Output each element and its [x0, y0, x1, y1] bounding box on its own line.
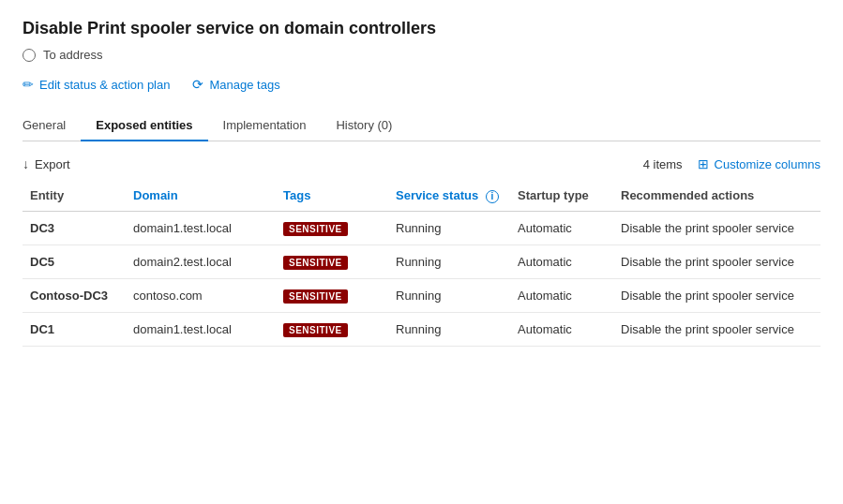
status-circle-icon	[23, 49, 36, 62]
status-row: To address	[23, 48, 820, 62]
cell-entity: DC1	[23, 312, 126, 346]
table-row: DC1domain1.test.localSENSITIVERunningAut…	[23, 312, 820, 346]
col-header-recommended-actions: Recommended actions	[613, 183, 820, 211]
edit-icon: ✏	[23, 77, 34, 92]
export-icon: ↓	[23, 156, 29, 171]
actions-row: ✏ Edit status & action plan ⟳ Manage tag…	[23, 77, 820, 92]
page-title: Disable Print spooler service on domain …	[23, 19, 820, 38]
tabs-row: General Exposed entities Implementation …	[23, 111, 820, 141]
customize-columns-label: Customize columns	[715, 157, 820, 171]
cell-entity: Contoso-DC3	[23, 278, 126, 312]
sensitive-badge: SENSITIVE	[283, 323, 348, 337]
col-header-entity: Entity	[23, 183, 126, 211]
col-header-tags[interactable]: Tags	[276, 183, 388, 211]
cell-startup-type: Automatic	[510, 278, 613, 312]
tab-exposed-entities[interactable]: Exposed entities	[81, 111, 207, 141]
sensitive-badge: SENSITIVE	[283, 289, 348, 304]
cell-tags: SENSITIVE	[276, 312, 388, 346]
right-toolbar: 4 items ⊞ Customize columns	[643, 156, 820, 171]
cell-service-status: Running	[388, 312, 510, 346]
col-header-domain[interactable]: Domain	[126, 183, 276, 211]
cell-domain: domain1.test.local	[126, 312, 276, 346]
cell-domain: domain2.test.local	[126, 245, 276, 278]
toolbar-row: ↓ Export 4 items ⊞ Customize columns	[23, 156, 820, 171]
export-button[interactable]: ↓ Export	[23, 156, 70, 171]
customize-columns-button[interactable]: ⊞ Customize columns	[698, 156, 820, 171]
cell-tags: SENSITIVE	[276, 278, 388, 312]
cell-recommended-actions: Disable the print spooler service	[613, 312, 820, 346]
manage-tags-link[interactable]: ⟳ Manage tags	[192, 77, 279, 92]
cell-startup-type: Automatic	[510, 312, 613, 346]
sensitive-badge: SENSITIVE	[283, 256, 348, 270]
cell-entity: DC3	[23, 211, 126, 245]
edit-status-label: Edit status & action plan	[39, 78, 170, 92]
col-header-service-status[interactable]: Service status i	[388, 183, 510, 211]
cell-domain: domain1.test.local	[126, 211, 276, 245]
cell-recommended-actions: Disable the print spooler service	[613, 211, 820, 245]
cell-service-status: Running	[388, 245, 510, 278]
cell-entity: DC5	[23, 245, 126, 278]
col-header-startup-type: Startup type	[510, 183, 613, 211]
cell-service-status: Running	[388, 211, 510, 245]
cell-domain: contoso.com	[126, 278, 276, 312]
table-row: Contoso-DC3contoso.comSENSITIVERunningAu…	[23, 278, 820, 312]
sensitive-badge: SENSITIVE	[283, 222, 348, 236]
tab-implementation[interactable]: Implementation	[208, 111, 322, 141]
service-status-info-icon[interactable]: i	[486, 190, 499, 203]
columns-icon: ⊞	[698, 156, 709, 171]
tab-history[interactable]: History (0)	[321, 111, 407, 141]
manage-tags-label: Manage tags	[209, 78, 279, 92]
table-header-row: Entity Domain Tags Service status i Star…	[23, 183, 820, 211]
tab-general[interactable]: General	[23, 111, 81, 141]
cell-recommended-actions: Disable the print spooler service	[613, 278, 820, 312]
cell-service-status: Running	[388, 278, 510, 312]
edit-status-link[interactable]: ✏ Edit status & action plan	[23, 77, 170, 92]
table-row: DC3domain1.test.localSENSITIVERunningAut…	[23, 211, 820, 245]
cell-tags: SENSITIVE	[276, 211, 388, 245]
cell-startup-type: Automatic	[510, 211, 613, 245]
cell-startup-type: Automatic	[510, 245, 613, 278]
entities-table: Entity Domain Tags Service status i Star…	[23, 183, 820, 347]
export-label: Export	[35, 157, 70, 171]
tag-icon: ⟳	[192, 77, 203, 92]
items-count: 4 items	[643, 157, 683, 171]
table-row: DC5domain2.test.localSENSITIVERunningAut…	[23, 245, 820, 278]
status-label: To address	[43, 48, 103, 62]
cell-tags: SENSITIVE	[276, 245, 388, 278]
cell-recommended-actions: Disable the print spooler service	[613, 245, 820, 278]
